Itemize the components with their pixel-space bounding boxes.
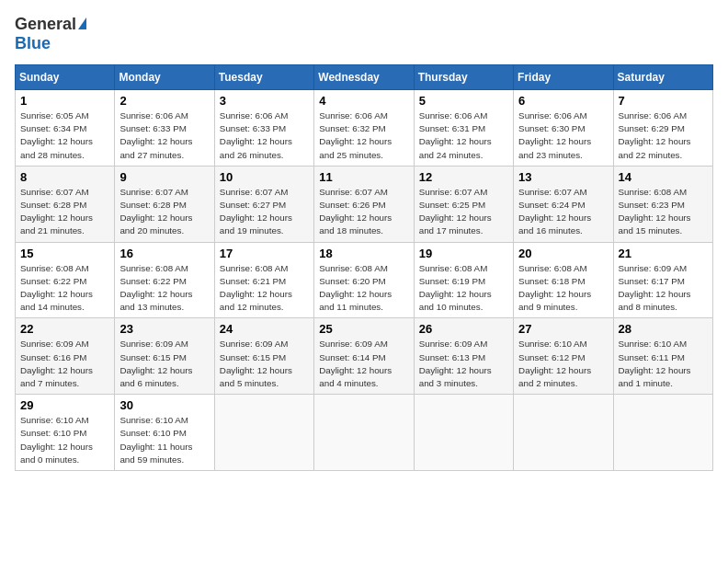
calendar-day-cell: 15Sunrise: 6:08 AMSunset: 6:22 PMDayligh… bbox=[16, 242, 115, 318]
day-info: Sunrise: 6:08 AMSunset: 6:20 PMDaylight:… bbox=[319, 262, 408, 315]
calendar-day-cell: 25Sunrise: 6:09 AMSunset: 6:14 PMDayligh… bbox=[314, 318, 414, 395]
calendar-day-cell bbox=[613, 395, 712, 471]
calendar-day-cell: 28Sunrise: 6:10 AMSunset: 6:11 PMDayligh… bbox=[613, 318, 712, 395]
calendar-day-cell bbox=[214, 395, 313, 471]
day-info: Sunrise: 6:07 AMSunset: 6:27 PMDaylight:… bbox=[220, 186, 309, 238]
calendar-day-cell: 8Sunrise: 6:07 AMSunset: 6:28 PMDaylight… bbox=[16, 166, 115, 242]
calendar-day-cell: 26Sunrise: 6:09 AMSunset: 6:13 PMDayligh… bbox=[414, 318, 513, 395]
calendar-day-cell: 21Sunrise: 6:09 AMSunset: 6:17 PMDayligh… bbox=[613, 242, 712, 318]
day-number: 29 bbox=[20, 398, 109, 412]
calendar-day-cell: 22Sunrise: 6:09 AMSunset: 6:16 PMDayligh… bbox=[16, 318, 115, 395]
day-info: Sunrise: 6:06 AMSunset: 6:33 PMDaylight:… bbox=[220, 109, 309, 162]
calendar-week-row: 8Sunrise: 6:07 AMSunset: 6:28 PMDaylight… bbox=[16, 166, 713, 242]
day-number: 8 bbox=[20, 170, 109, 184]
logo-general-text: General bbox=[15, 15, 76, 34]
day-number: 30 bbox=[119, 398, 209, 412]
day-number: 13 bbox=[518, 170, 608, 184]
day-info: Sunrise: 6:06 AMSunset: 6:31 PMDaylight:… bbox=[419, 109, 508, 162]
logo: General Blue bbox=[15, 15, 86, 53]
day-number: 2 bbox=[119, 94, 209, 108]
day-info: Sunrise: 6:08 AMSunset: 6:19 PMDaylight:… bbox=[419, 262, 508, 315]
day-number: 20 bbox=[518, 247, 608, 260]
day-number: 3 bbox=[220, 94, 309, 108]
day-number: 5 bbox=[419, 94, 508, 108]
calendar-day-cell: 24Sunrise: 6:09 AMSunset: 6:15 PMDayligh… bbox=[214, 318, 313, 395]
day-number: 4 bbox=[319, 94, 408, 108]
calendar-day-cell: 20Sunrise: 6:08 AMSunset: 6:18 PMDayligh… bbox=[514, 242, 613, 318]
day-info: Sunrise: 6:08 AMSunset: 6:18 PMDaylight:… bbox=[518, 262, 608, 315]
calendar-day-cell bbox=[314, 395, 414, 471]
day-info: Sunrise: 6:07 AMSunset: 6:25 PMDaylight:… bbox=[419, 186, 508, 238]
calendar-day-cell: 10Sunrise: 6:07 AMSunset: 6:27 PMDayligh… bbox=[214, 166, 313, 242]
day-info: Sunrise: 6:08 AMSunset: 6:22 PMDaylight:… bbox=[119, 262, 209, 315]
calendar-day-cell bbox=[514, 395, 613, 471]
calendar-day-cell: 6Sunrise: 6:06 AMSunset: 6:30 PMDaylight… bbox=[514, 90, 613, 167]
day-number: 25 bbox=[319, 322, 408, 336]
day-number: 10 bbox=[220, 170, 309, 184]
logo-image: General Blue bbox=[15, 15, 86, 53]
day-info: Sunrise: 6:06 AMSunset: 6:29 PMDaylight:… bbox=[619, 109, 708, 162]
calendar-day-cell: 5Sunrise: 6:06 AMSunset: 6:31 PMDaylight… bbox=[414, 90, 513, 167]
calendar-day-cell: 27Sunrise: 6:10 AMSunset: 6:12 PMDayligh… bbox=[514, 318, 613, 395]
day-number: 21 bbox=[619, 247, 708, 260]
day-number: 22 bbox=[20, 322, 109, 336]
calendar-day-cell: 30Sunrise: 6:10 AMSunset: 6:10 PMDayligh… bbox=[115, 395, 214, 471]
day-number: 9 bbox=[119, 170, 209, 184]
day-number: 12 bbox=[419, 170, 508, 184]
day-info: Sunrise: 6:08 AMSunset: 6:23 PMDaylight:… bbox=[619, 186, 708, 238]
day-number: 16 bbox=[119, 247, 209, 260]
calendar-week-row: 22Sunrise: 6:09 AMSunset: 6:16 PMDayligh… bbox=[16, 318, 713, 395]
day-info: Sunrise: 6:07 AMSunset: 6:26 PMDaylight:… bbox=[319, 186, 408, 238]
day-number: 1 bbox=[20, 94, 109, 108]
day-number: 24 bbox=[220, 322, 309, 336]
calendar-day-cell: 4Sunrise: 6:06 AMSunset: 6:32 PMDaylight… bbox=[314, 90, 414, 167]
calendar-day-cell: 12Sunrise: 6:07 AMSunset: 6:25 PMDayligh… bbox=[414, 166, 513, 242]
day-info: Sunrise: 6:06 AMSunset: 6:32 PMDaylight:… bbox=[319, 109, 408, 162]
calendar-day-cell: 14Sunrise: 6:08 AMSunset: 6:23 PMDayligh… bbox=[613, 166, 712, 242]
calendar-header-row: SundayMondayTuesdayWednesdayThursdayFrid… bbox=[16, 65, 713, 90]
day-number: 26 bbox=[419, 322, 508, 336]
day-number: 23 bbox=[119, 322, 209, 336]
calendar-day-cell: 9Sunrise: 6:07 AMSunset: 6:28 PMDaylight… bbox=[115, 166, 214, 242]
day-number: 11 bbox=[319, 170, 408, 184]
calendar-week-row: 15Sunrise: 6:08 AMSunset: 6:22 PMDayligh… bbox=[16, 242, 713, 318]
page-header: General Blue bbox=[15, 15, 713, 53]
calendar-header-cell: Wednesday bbox=[314, 65, 414, 90]
calendar-day-cell: 11Sunrise: 6:07 AMSunset: 6:26 PMDayligh… bbox=[314, 166, 414, 242]
day-number: 28 bbox=[619, 322, 708, 336]
calendar-day-cell: 7Sunrise: 6:06 AMSunset: 6:29 PMDaylight… bbox=[613, 90, 712, 167]
day-info: Sunrise: 6:09 AMSunset: 6:15 PMDaylight:… bbox=[119, 338, 209, 390]
day-info: Sunrise: 6:07 AMSunset: 6:28 PMDaylight:… bbox=[119, 186, 209, 238]
day-info: Sunrise: 6:09 AMSunset: 6:17 PMDaylight:… bbox=[619, 262, 708, 315]
calendar-day-cell: 3Sunrise: 6:06 AMSunset: 6:33 PMDaylight… bbox=[214, 90, 313, 167]
day-info: Sunrise: 6:08 AMSunset: 6:22 PMDaylight:… bbox=[20, 262, 109, 315]
day-number: 14 bbox=[619, 170, 708, 184]
day-info: Sunrise: 6:10 AMSunset: 6:11 PMDaylight:… bbox=[619, 338, 708, 390]
day-number: 27 bbox=[518, 322, 608, 336]
day-number: 18 bbox=[319, 247, 408, 260]
day-info: Sunrise: 6:10 AMSunset: 6:10 PMDaylight:… bbox=[20, 414, 109, 466]
calendar-day-cell: 13Sunrise: 6:07 AMSunset: 6:24 PMDayligh… bbox=[514, 166, 613, 242]
day-info: Sunrise: 6:07 AMSunset: 6:28 PMDaylight:… bbox=[20, 186, 109, 238]
calendar-day-cell: 19Sunrise: 6:08 AMSunset: 6:19 PMDayligh… bbox=[414, 242, 513, 318]
day-info: Sunrise: 6:08 AMSunset: 6:21 PMDaylight:… bbox=[220, 262, 309, 315]
calendar-header-cell: Sunday bbox=[16, 65, 115, 90]
calendar-week-row: 1Sunrise: 6:05 AMSunset: 6:34 PMDaylight… bbox=[16, 90, 713, 167]
calendar-day-cell: 29Sunrise: 6:10 AMSunset: 6:10 PMDayligh… bbox=[16, 395, 115, 471]
calendar-body: 1Sunrise: 6:05 AMSunset: 6:34 PMDaylight… bbox=[16, 90, 713, 471]
logo-blue-text: Blue bbox=[15, 34, 86, 53]
calendar-day-cell: 2Sunrise: 6:06 AMSunset: 6:33 PMDaylight… bbox=[115, 90, 214, 167]
day-info: Sunrise: 6:09 AMSunset: 6:15 PMDaylight:… bbox=[220, 338, 309, 390]
day-number: 19 bbox=[419, 247, 508, 260]
day-info: Sunrise: 6:07 AMSunset: 6:24 PMDaylight:… bbox=[518, 186, 608, 238]
day-info: Sunrise: 6:10 AMSunset: 6:10 PMDaylight:… bbox=[119, 414, 209, 466]
calendar-day-cell: 23Sunrise: 6:09 AMSunset: 6:15 PMDayligh… bbox=[115, 318, 214, 395]
day-number: 7 bbox=[619, 94, 708, 108]
day-info: Sunrise: 6:09 AMSunset: 6:16 PMDaylight:… bbox=[20, 338, 109, 390]
day-info: Sunrise: 6:09 AMSunset: 6:14 PMDaylight:… bbox=[319, 338, 408, 390]
day-info: Sunrise: 6:09 AMSunset: 6:13 PMDaylight:… bbox=[419, 338, 508, 390]
calendar-day-cell: 1Sunrise: 6:05 AMSunset: 6:34 PMDaylight… bbox=[16, 90, 115, 167]
calendar-header-cell: Monday bbox=[115, 65, 214, 90]
calendar-header-cell: Friday bbox=[514, 65, 613, 90]
day-info: Sunrise: 6:06 AMSunset: 6:33 PMDaylight:… bbox=[119, 109, 209, 162]
